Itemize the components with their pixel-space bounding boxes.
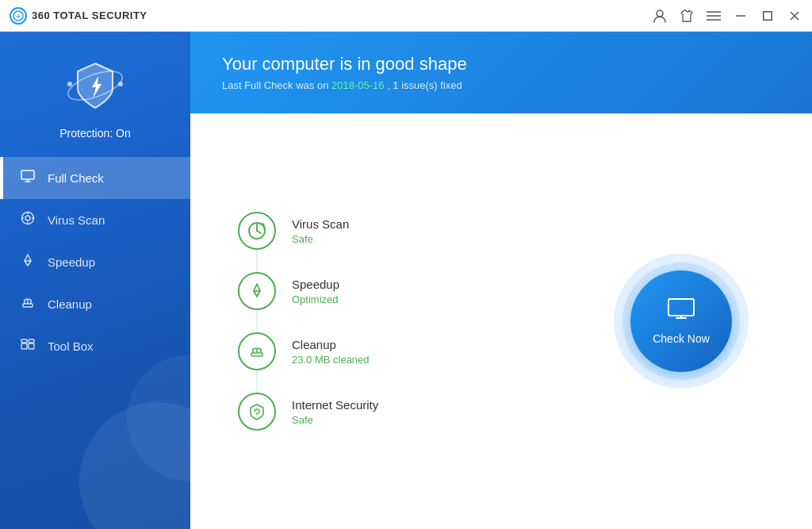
check-now-button[interactable]: Check Now xyxy=(630,270,732,372)
svg-rect-13 xyxy=(21,171,34,179)
check-item-cleanup: Cleanup 23.0 MB cleaned xyxy=(238,321,614,381)
title-bar-controls xyxy=(652,8,802,24)
active-indicator xyxy=(0,157,3,199)
check-title-cleanup: Cleanup xyxy=(292,338,370,351)
svg-point-12 xyxy=(118,82,123,86)
sidebar: Protection: On Full Check xyxy=(0,32,190,529)
menu-icon[interactable] xyxy=(706,8,722,24)
check-title-virus-scan: Virus Scan xyxy=(292,217,349,231)
check-now-monitor-icon xyxy=(668,298,695,326)
check-now-outer-ring: Check Now xyxy=(614,254,749,389)
logo-circle: + xyxy=(10,7,27,25)
sidebar-item-speedup[interactable]: Speedup xyxy=(0,241,190,283)
check-item-speedup: Speedup Optimized xyxy=(238,261,614,321)
app-name: 360 TOTAL SECURITY xyxy=(32,10,147,21)
content-header: Your computer is in good shape Last Full… xyxy=(190,32,812,113)
protection-label: Protection: On xyxy=(59,127,131,140)
svg-point-2 xyxy=(657,10,663,17)
svg-text:+: + xyxy=(16,13,20,21)
sidebar-item-speedup-label: Speedup xyxy=(48,255,95,269)
check-status-virus-scan: Safe xyxy=(292,233,349,245)
title-bar-left: + 360 TOTAL SECURITY xyxy=(10,7,147,25)
sidebar-item-full-check-label: Full Check xyxy=(48,171,104,185)
last-check-suffix: , 1 issue(s) fixed xyxy=(385,79,462,91)
app-logo: + 360 TOTAL SECURITY xyxy=(10,7,147,25)
check-status-cleanup: 23.0 MB cleaned xyxy=(292,354,370,366)
check-status-speedup: Optimized xyxy=(292,293,339,305)
check-now-middle-ring: Check Now xyxy=(622,263,740,380)
check-info-virus-scan: Virus Scan Safe xyxy=(292,217,349,245)
check-now-label: Check Now xyxy=(653,332,710,345)
sidebar-item-cleanup-label: Cleanup xyxy=(48,297,92,311)
main-layout: Protection: On Full Check xyxy=(0,32,812,529)
svg-rect-38 xyxy=(668,299,694,316)
svg-rect-30 xyxy=(29,339,34,343)
speedup-icon xyxy=(19,252,36,272)
check-info-cleanup: Cleanup 23.0 MB cleaned xyxy=(292,338,370,366)
last-check-date: 2018-05-16 xyxy=(331,79,385,91)
svg-rect-33 xyxy=(251,353,262,356)
close-icon[interactable] xyxy=(787,8,802,24)
sidebar-header: Protection: On xyxy=(0,32,190,157)
page-title: Your computer is in good shape xyxy=(222,54,780,75)
maximize-icon[interactable] xyxy=(760,8,776,24)
full-check-icon xyxy=(19,168,36,188)
check-circle-speedup xyxy=(238,272,276,310)
svg-point-11 xyxy=(67,82,72,86)
check-title-speedup: Speedup xyxy=(292,278,339,291)
last-check-prefix: Last Full Check was on xyxy=(222,79,331,91)
check-circle-internet-security xyxy=(238,393,276,431)
title-bar: + 360 TOTAL SECURITY xyxy=(0,0,812,32)
check-item-internet-security: Internet Security Safe xyxy=(238,381,614,442)
sidebar-item-cleanup[interactable]: Cleanup xyxy=(0,283,190,325)
cleanup-icon xyxy=(19,294,36,314)
svg-rect-28 xyxy=(29,343,34,349)
content-area: Your computer is in good shape Last Full… xyxy=(190,32,812,529)
svg-rect-23 xyxy=(23,304,33,307)
sidebar-item-full-check[interactable]: Full Check xyxy=(0,157,190,199)
user-icon[interactable] xyxy=(652,8,668,24)
check-info-speedup: Speedup Optimized xyxy=(292,278,339,305)
sidebar-item-tool-box[interactable]: Tool Box xyxy=(0,325,190,367)
virus-scan-icon xyxy=(19,210,36,230)
last-check-info: Last Full Check was on 2018-05-16 , 1 is… xyxy=(222,79,780,91)
minimize-icon[interactable] xyxy=(733,8,749,24)
sidebar-item-virus-scan[interactable]: Virus Scan xyxy=(0,199,190,241)
check-now-wrap: Check Now xyxy=(614,254,780,389)
svg-point-17 xyxy=(25,216,30,220)
svg-point-37 xyxy=(256,412,258,414)
tool-box-icon xyxy=(19,336,36,356)
check-circle-cleanup xyxy=(238,332,276,370)
check-status-internet-security: Safe xyxy=(292,414,378,426)
check-item-virus-scan: Virus Scan Safe xyxy=(238,201,614,261)
check-circle-virus-scan xyxy=(238,212,276,250)
shield-icon-wrap xyxy=(63,54,127,117)
check-info-internet-security: Internet Security Safe xyxy=(292,398,378,426)
svg-rect-27 xyxy=(21,343,27,349)
shirt-icon[interactable] xyxy=(679,8,695,24)
svg-rect-7 xyxy=(764,11,772,20)
sidebar-item-virus-scan-label: Virus Scan xyxy=(48,213,105,227)
sidebar-item-tool-box-label: Tool Box xyxy=(48,339,94,353)
check-title-internet-security: Internet Security xyxy=(292,398,378,412)
checks-list: Virus Scan Safe Speedup Optimized xyxy=(222,201,614,442)
content-body: Virus Scan Safe Speedup Optimized xyxy=(190,113,812,529)
svg-rect-29 xyxy=(21,339,27,343)
